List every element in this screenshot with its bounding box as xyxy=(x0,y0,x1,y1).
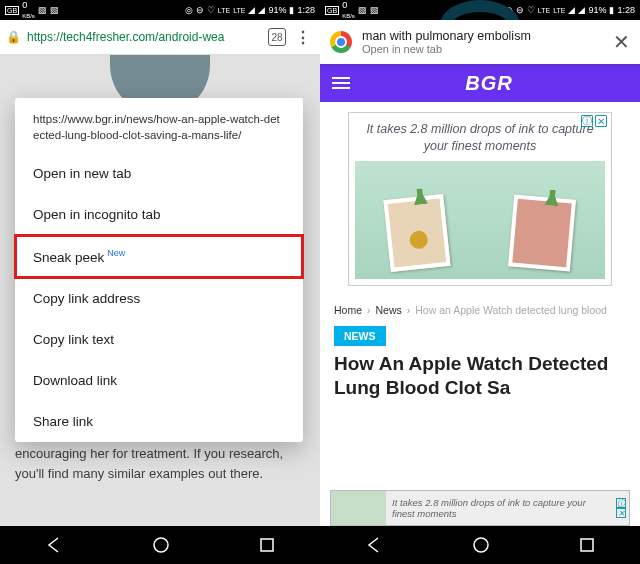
nav-back-icon[interactable] xyxy=(45,536,63,554)
status-lte-icon: LTE xyxy=(538,7,550,14)
status-speed: 0KB/s xyxy=(342,0,355,20)
nav-home-icon[interactable] xyxy=(472,536,490,554)
chevron-right-icon: › xyxy=(407,304,411,316)
breadcrumb: Home › News › How an Apple Watch detecte… xyxy=(320,294,640,322)
nav-back-icon[interactable] xyxy=(365,536,383,554)
menu-copy-link-address[interactable]: Copy link address xyxy=(15,278,303,319)
phone-right: GB 0KB/s ▧ ▧ ◎ ⊖ ♡ LTE LTE ◢ ◢ 91% ▮ 1:2… xyxy=(320,0,640,564)
menu-share-link[interactable]: Share link xyxy=(15,401,303,442)
peek-content[interactable]: ⓘ✕ It takes 2.8 million drops of ink to … xyxy=(320,102,640,526)
context-menu: https://www.bgr.in/news/how-an-apple-wat… xyxy=(15,98,303,442)
status-cast-icon: ◎ xyxy=(185,5,193,15)
breadcrumb-home[interactable]: Home xyxy=(334,304,362,316)
status-battery-pct: 91% xyxy=(268,5,286,15)
status-speed: 0KB/s xyxy=(22,0,35,20)
status-clock: 1:28 xyxy=(617,5,635,15)
ad-banner[interactable]: ⓘ✕ It takes 2.8 million drops of ink to … xyxy=(348,112,612,286)
status-app-icon-2: ▧ xyxy=(370,5,379,15)
status-battery-pct: 91% xyxy=(588,5,606,15)
status-battery-icon: ▮ xyxy=(289,5,294,15)
svg-rect-3 xyxy=(581,539,593,551)
chrome-icon xyxy=(330,31,352,53)
nav-bar xyxy=(0,526,320,564)
status-bar: GB 0KB/s ▧ ▧ ◎ ⊖ ♡ LTE LTE ◢ ◢ 91% ▮ 1:2… xyxy=(0,0,320,20)
phone-left: GB 0KB/s ▧ ▧ ◎ ⊖ ♡ LTE LTE ◢ ◢ 91% ▮ 1:2… xyxy=(0,0,320,564)
svg-rect-1 xyxy=(261,539,273,551)
status-lte-icon-2: LTE xyxy=(233,7,245,14)
status-battery-icon: ▮ xyxy=(609,5,614,15)
ad-info-icon[interactable]: ⓘ✕ xyxy=(616,498,629,518)
ad-text-bottom: It takes 2.8 million drops of ink to cap… xyxy=(386,497,616,520)
svg-point-2 xyxy=(474,538,488,552)
breadcrumb-news[interactable]: News xyxy=(376,304,402,316)
status-signal-icon-2: ◢ xyxy=(258,5,265,15)
status-dnd-icon: ⊖ xyxy=(196,5,204,15)
nav-recent-icon[interactable] xyxy=(579,537,595,553)
status-gb-icon: GB xyxy=(5,6,19,15)
url-text: https://tech4fresher.com/android-wea xyxy=(27,30,262,44)
status-app-icon: ▧ xyxy=(38,5,47,15)
nav-home-icon[interactable] xyxy=(152,536,170,554)
menu-open-new-tab[interactable]: Open in new tab xyxy=(15,153,303,194)
status-gb-icon: GB xyxy=(325,6,339,15)
ad-info-icon[interactable]: ⓘ✕ xyxy=(581,115,607,127)
nav-bar xyxy=(320,526,640,564)
address-bar[interactable]: 🔒 https://tech4fresher.com/android-wea 2… xyxy=(0,20,320,55)
breadcrumb-title: How an Apple Watch detected lung blood xyxy=(415,304,607,316)
site-header: BGR xyxy=(320,64,640,102)
status-lte-icon: LTE xyxy=(218,7,230,14)
lock-icon: 🔒 xyxy=(6,30,21,44)
peek-subtitle[interactable]: Open in new tab xyxy=(362,43,603,55)
status-clock: 1:28 xyxy=(297,5,315,15)
status-signal-icon-2: ◢ xyxy=(578,5,585,15)
category-label[interactable]: NEWS xyxy=(334,326,386,346)
article-headline: How An Apple Watch Detected Lung Blood C… xyxy=(320,346,640,401)
nav-recent-icon[interactable] xyxy=(259,537,275,553)
status-volte-icon: ♡ xyxy=(207,5,215,15)
ad-image xyxy=(355,161,605,279)
site-logo[interactable]: BGR xyxy=(350,72,628,95)
svg-point-0 xyxy=(154,538,168,552)
menu-download-link[interactable]: Download link xyxy=(15,360,303,401)
tab-switcher[interactable]: 28 xyxy=(268,28,286,46)
status-lte-icon-2: LTE xyxy=(553,7,565,14)
ad-text: It takes 2.8 million drops of ink to cap… xyxy=(349,113,611,157)
menu-icon[interactable]: ⋮ xyxy=(292,28,314,47)
chevron-right-icon: › xyxy=(367,304,371,316)
menu-sneak-peek[interactable]: Sneak peekNew xyxy=(15,235,303,278)
close-icon[interactable]: ✕ xyxy=(613,30,630,54)
new-badge: New xyxy=(107,248,125,258)
status-app-icon-2: ▧ xyxy=(50,5,59,15)
ad-banner-bottom[interactable]: It takes 2.8 million drops of ink to cap… xyxy=(330,490,630,526)
menu-open-incognito[interactable]: Open in incognito tab xyxy=(15,194,303,235)
status-app-icon: ▧ xyxy=(358,5,367,15)
status-signal-icon: ◢ xyxy=(248,5,255,15)
status-volte-icon: ♡ xyxy=(527,5,535,15)
sneak-peek-header: man with pulmonary embolism Open in new … xyxy=(320,20,640,64)
status-signal-icon: ◢ xyxy=(568,5,575,15)
peek-title: man with pulmonary embolism xyxy=(362,29,603,43)
hamburger-icon[interactable] xyxy=(332,77,350,89)
status-dnd-icon: ⊖ xyxy=(516,5,524,15)
context-menu-url: https://www.bgr.in/news/how-an-apple-wat… xyxy=(15,98,303,153)
ad-thumb xyxy=(331,491,386,525)
menu-copy-link-text[interactable]: Copy link text xyxy=(15,319,303,360)
